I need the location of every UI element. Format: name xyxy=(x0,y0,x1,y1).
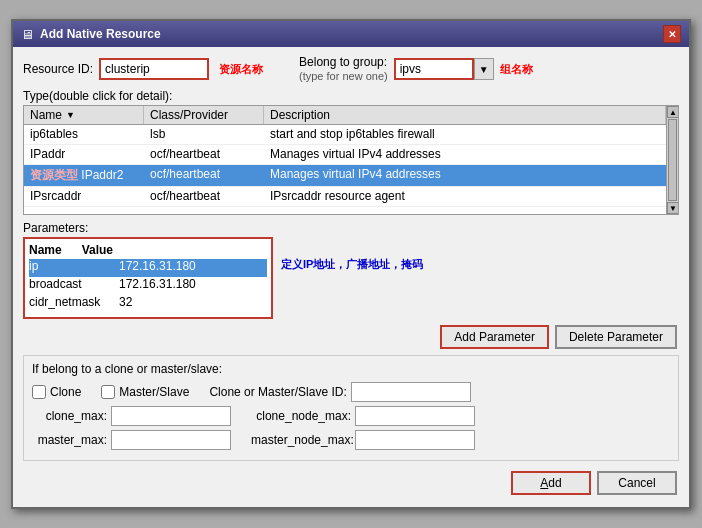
th-class-text: Class/Provider xyxy=(150,108,228,122)
th-desc: Description xyxy=(264,106,666,124)
master-max-field: master_max: xyxy=(32,430,231,450)
belong-group-label: Belong to group: (type for new one) xyxy=(299,55,388,83)
clone-max-label: clone_max: xyxy=(32,409,107,423)
bottom-btn-row: Add Cancel xyxy=(23,467,679,499)
params-row-broadcast[interactable]: broadcast 172.16.31.180 xyxy=(29,277,267,295)
clone-row2: clone_max: clone_node_max: xyxy=(32,406,670,426)
td-desc: start and stop ip6tables firewall xyxy=(264,125,666,144)
params-col-name: Name xyxy=(29,243,62,257)
clone-node-max-field: clone_node_max: xyxy=(251,406,475,426)
params-row-cidr[interactable]: cidr_netmask 32 xyxy=(29,295,267,313)
title-bar-left: 🖥 Add Native Resource xyxy=(21,27,161,42)
scroll-up-btn[interactable]: ▲ xyxy=(667,106,679,118)
th-name: Name ▼ xyxy=(24,106,144,124)
add-native-resource-dialog: 🖥 Add Native Resource ✕ Resource ID: 资源名… xyxy=(11,19,691,509)
scroll-down-btn[interactable]: ▼ xyxy=(667,202,679,214)
td-name: IPsrcaddr xyxy=(24,187,144,206)
type-section-label: Type(double click for detail): xyxy=(23,89,679,103)
dialog-icon: 🖥 xyxy=(21,27,34,42)
master-node-max-input[interactable] xyxy=(355,430,475,450)
table-row-selected[interactable]: 资源类型 IPaddr2 ocf/heartbeat Manages virtu… xyxy=(24,165,666,187)
master-slave-checkbox-label[interactable]: Master/Slave xyxy=(101,385,189,399)
param-btn-row: Add Parameter Delete Parameter xyxy=(23,325,679,349)
param-value-cidr: 32 xyxy=(119,295,132,313)
table-row[interactable]: IPaddr ocf/heartbeat Manages virtual IPv… xyxy=(24,145,666,165)
add-button-label: Add xyxy=(540,476,561,490)
clone-master-id-label: Clone or Master/Slave ID: xyxy=(209,385,346,399)
params-area: Name Value ip 172.16.31.180 broadcast 17… xyxy=(23,237,679,319)
add-button[interactable]: Add xyxy=(511,471,591,495)
group-dropdown-arrow[interactable]: ▼ xyxy=(474,58,494,80)
type-table-vscrollbar[interactable]: ▲ ▼ xyxy=(666,106,678,214)
clone-max-field: clone_max: xyxy=(32,406,231,426)
clone-node-max-label: clone_node_max: xyxy=(251,409,351,423)
params-row-ip[interactable]: ip 172.16.31.180 xyxy=(29,259,267,277)
resource-id-label: Resource ID: xyxy=(23,62,93,76)
param-value-ip: 172.16.31.180 xyxy=(119,259,196,277)
type-table-header: Name ▼ Class/Provider Description xyxy=(24,106,666,125)
delete-parameter-button[interactable]: Delete Parameter xyxy=(555,325,677,349)
master-slave-label: Master/Slave xyxy=(119,385,189,399)
type-table-with-scroll: Name ▼ Class/Provider Description ip6tab… xyxy=(24,106,678,214)
type-table-hscrollbar[interactable]: ◀ ▶ xyxy=(24,214,678,215)
master-node-max-field: master_node_max: xyxy=(251,430,475,450)
dialog-body: Resource ID: 资源名称 Belong to group: (type… xyxy=(13,47,689,507)
td-class: lsb xyxy=(144,125,264,144)
hscroll-right-btn[interactable]: ▶ xyxy=(80,215,92,216)
td-class: ocf/heartbeat xyxy=(144,187,264,206)
param-name-ip: ip xyxy=(29,259,109,277)
td-desc-selected: Manages virtual IPv4 addresses xyxy=(264,165,666,186)
resource-type-annotation: 资源类型 xyxy=(30,168,81,182)
td-name: IPaddr xyxy=(24,145,144,164)
clone-label: Clone xyxy=(50,385,81,399)
table-row[interactable]: ip6tables lsb start and stop ip6tables f… xyxy=(24,125,666,145)
td-class-selected: ocf/heartbeat xyxy=(144,165,264,186)
param-value-broadcast: 172.16.31.180 xyxy=(119,277,196,295)
sort-arrow-icon: ▼ xyxy=(66,110,75,120)
hscroll-left-btn[interactable]: ◀ xyxy=(24,215,36,216)
param-name-cidr: cidr_netmask xyxy=(29,295,109,313)
clone-section-title: If belong to a clone or master/slave: xyxy=(32,362,670,376)
master-slave-checkbox[interactable] xyxy=(101,385,115,399)
clone-checkbox-label[interactable]: Clone xyxy=(32,385,81,399)
title-bar: 🖥 Add Native Resource ✕ xyxy=(13,21,689,47)
annotation-resource-name: 资源名称 xyxy=(219,62,263,77)
clone-node-max-input[interactable] xyxy=(355,406,475,426)
cancel-button[interactable]: Cancel xyxy=(597,471,677,495)
td-name: ip6tables xyxy=(24,125,144,144)
td-name-selected: 资源类型 IPaddr2 xyxy=(24,165,144,186)
group-input[interactable] xyxy=(394,58,474,80)
type-table-inner: Name ▼ Class/Provider Description ip6tab… xyxy=(24,106,666,214)
params-col-value: Value xyxy=(82,243,113,257)
close-button[interactable]: ✕ xyxy=(663,25,681,43)
resource-id-input[interactable] xyxy=(99,58,209,80)
group-select-wrapper: ▼ xyxy=(394,58,494,80)
params-header: Name Value xyxy=(29,243,267,257)
clone-row3: master_max: master_node_max: xyxy=(32,430,670,450)
clone-master-id-field: Clone or Master/Slave ID: xyxy=(209,382,470,402)
clone-row1: Clone Master/Slave Clone or Master/Slave… xyxy=(32,382,670,402)
clone-master-id-input[interactable] xyxy=(351,382,471,402)
params-box: Name Value ip 172.16.31.180 broadcast 17… xyxy=(23,237,273,319)
params-label: Parameters: xyxy=(23,221,679,235)
params-annotation: 定义IP地址，广播地址，掩码 xyxy=(281,257,423,272)
annotation-group-name: 组名称 xyxy=(500,62,533,77)
scroll-thumb[interactable] xyxy=(668,119,677,201)
master-max-label: master_max: xyxy=(32,433,107,447)
td-class: ocf/heartbeat xyxy=(144,145,264,164)
clone-max-input[interactable] xyxy=(111,406,231,426)
th-class: Class/Provider xyxy=(144,106,264,124)
master-max-input[interactable] xyxy=(111,430,231,450)
type-table-container: Name ▼ Class/Provider Description ip6tab… xyxy=(23,105,679,215)
td-desc: Manages virtual IPv4 addresses xyxy=(264,145,666,164)
master-node-max-label: master_node_max: xyxy=(251,433,351,447)
param-name-broadcast: broadcast xyxy=(29,277,109,295)
dialog-title: Add Native Resource xyxy=(40,27,161,41)
add-parameter-button[interactable]: Add Parameter xyxy=(440,325,549,349)
params-section: Parameters: Name Value ip 172.16.31.180 … xyxy=(23,221,679,319)
clone-section: If belong to a clone or master/slave: Cl… xyxy=(23,355,679,461)
table-row[interactable]: IPsrcaddr ocf/heartbeat IPsrcaddr resour… xyxy=(24,187,666,207)
clone-checkbox[interactable] xyxy=(32,385,46,399)
td-desc: IPsrcaddr resource agent xyxy=(264,187,666,206)
